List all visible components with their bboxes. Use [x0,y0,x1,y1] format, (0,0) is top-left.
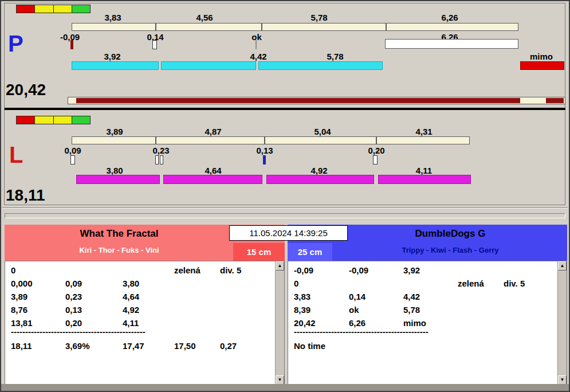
p-traffic-light-scale [16,5,91,13]
p-ref-time: 4,56 [196,13,213,22]
summary-cell: 17,47 [123,341,144,351]
scroll-up-button[interactable]: ▲ [276,261,284,271]
p-ref-time: 5,78 [310,13,327,22]
l-deviation: 0,20 [368,146,384,155]
scroll-down-button[interactable]: ▼ [558,375,567,385]
reference-bar-divider [376,137,377,144]
result-cell: 0,09 [65,279,82,288]
l-deviation: 0,23 [152,146,169,155]
p-marker-tick [152,40,157,49]
result-cell: -0,09 [294,265,313,275]
scale-green-segment [72,5,90,13]
section-groove [2,207,568,209]
scale-red-segment [17,116,35,124]
panel-divider [5,108,565,110]
reference-bar-divider [261,23,262,30]
panel-p-letter: P [8,32,23,55]
l-ref-time: 3,89 [106,127,123,136]
l-split-time: 4,64 [205,166,221,175]
right-height-badge: 25 cm [288,243,332,261]
right-results-scrollbar[interactable]: ▲ ▼ [557,261,567,385]
result-cell: 3,89 [11,292,27,301]
l-split-bar [266,175,374,184]
summary-cell: 0,27 [220,341,237,351]
summary-cell: 18,11 [11,341,32,351]
result-cell: 3,80 [123,279,139,288]
p-ref-time: 3,83 [104,13,121,22]
summary-cell: No time [294,341,325,351]
result-cell: -0,09 [349,265,368,275]
p-split-bar [258,61,383,70]
p-reference-bar [72,23,518,31]
p-split-bar [72,61,159,70]
result-cell: 3,83 [294,292,310,301]
p-deviation: -0,09 [60,32,80,42]
summary-cell: 17,50 [174,341,196,351]
p-miss-bar [520,61,564,70]
scroll-down-icon: ▼ [278,377,282,382]
scale-yellow-segment [54,116,72,124]
result-cell: ok [349,305,359,315]
p-progress-end [546,98,564,103]
l-ref-time: 5,04 [314,127,331,136]
left-results-scrollbar[interactable]: ▲ ▼ [275,261,284,385]
p-fault-tick [70,40,73,49]
left-team-title: What The Fractal [5,228,234,240]
l-marker-tick-blue [263,155,266,164]
left-results-panel: 0 zelená div. 5 0,000 0,09 3,80 3,89 0,2… [5,261,285,385]
l-split-time: 4,92 [310,166,327,175]
scroll-up-icon: ▲ [560,263,565,268]
result-cell: div. 5 [504,279,525,288]
panel-l-total-time: 18,11 [6,186,45,205]
p-marker-tick [255,40,257,49]
p-split-time: 5,78 [327,52,343,61]
l-deviation: 0,13 [256,146,273,155]
l-split-bar [378,175,471,184]
scroll-up-button[interactable]: ▲ [558,261,567,271]
l-marker-tick [70,155,75,164]
reference-bar-divider [155,23,156,30]
l-traffic-light-scale [16,116,91,124]
panel-l-letter: L [9,143,23,166]
left-height-badge: 15 cm [233,243,285,261]
scroll-up-icon: ▲ [278,263,282,268]
scale-red-segment [17,5,35,13]
datetime-display: 11.05.2024 14:39:25 [229,225,348,241]
l-reference-bar [72,136,470,144]
result-cell: 5,78 [403,305,420,315]
result-cell: 0 [11,265,15,275]
result-cell: 4,64 [123,292,139,301]
reference-bar-divider [386,23,387,30]
splitter-strip [5,213,565,218]
right-results-panel: -0,09 -0,09 3,92 0 zelená div. 5 3,83 0,… [288,261,567,385]
p-highlight-bar [385,39,518,49]
p-split-bar [161,61,256,70]
l-split-bar [163,175,262,184]
reference-bar-divider [155,137,156,144]
p-split-time: 4,42 [250,52,266,61]
reference-bar-divider [264,137,265,144]
left-team-subtitle: Kiri - Thor - Fuks - Vini [5,246,234,254]
l-ref-time: 4,87 [205,127,221,136]
result-cell: 0 [294,279,298,288]
result-cell: zelená [174,265,201,275]
scale-yellow-segment [35,5,53,13]
result-cell: 3,92 [403,265,420,275]
results-separator: ----------------------------------------… [294,327,429,336]
summary-cell: 3,69% [65,341,90,351]
l-deviation: 0,09 [64,146,81,155]
scroll-down-icon: ▼ [560,377,565,382]
l-marker-tick [373,155,378,164]
p-deviation: ok [251,32,262,42]
results-separator: ----------------------------------------… [11,327,146,336]
p-progress-track [68,97,565,104]
result-cell: 8,39 [294,305,310,315]
panel-p-total-time: 20,42 [6,81,46,99]
right-team-subtitle: Trippy - Kiwi - Flash - Gerry [333,246,567,254]
result-cell: 4,92 [123,305,139,315]
result-cell: 0,23 [65,292,82,301]
scroll-down-button[interactable]: ▼ [276,375,284,385]
p-progress-fill [76,98,520,103]
result-cell: zelená [458,279,484,288]
l-split-time: 4,11 [416,166,432,175]
